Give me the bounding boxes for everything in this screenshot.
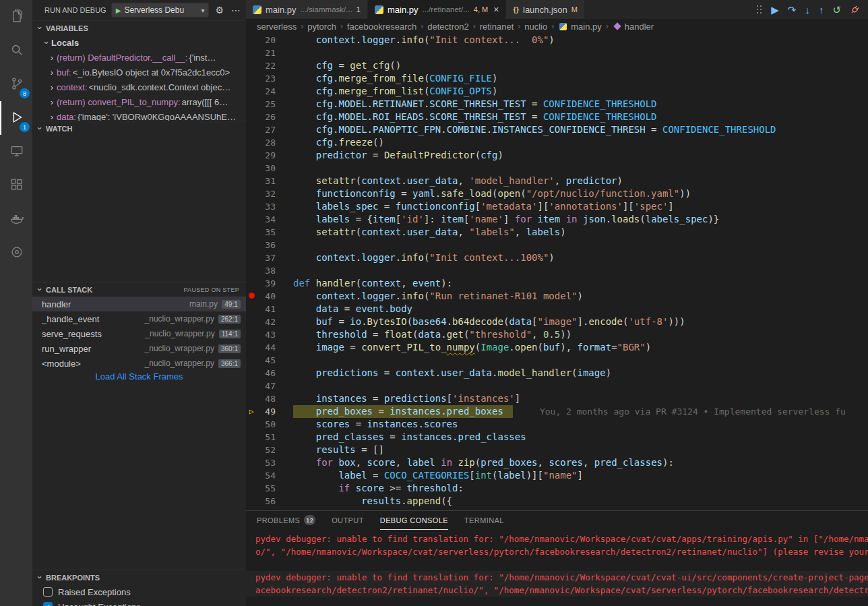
close-icon[interactable]: × (493, 4, 499, 15)
code-line[interactable]: 45 (246, 354, 868, 367)
checkbox[interactable] (43, 587, 53, 597)
code-line[interactable]: 28 cfg.freeze() (246, 136, 868, 149)
code-line[interactable]: 39def handler(context, event): (246, 277, 868, 290)
panel-tab[interactable]: TERMINAL (464, 511, 504, 530)
code-token: . (447, 316, 452, 327)
panel-tab[interactable]: PROBLEMS12 (257, 511, 315, 530)
breadcrumb-item[interactable]: handler (625, 22, 654, 32)
code-line[interactable]: 48 instances = predictions['instances'] (246, 392, 868, 405)
breakpoint-row[interactable]: Raised Exceptions (32, 584, 246, 599)
activity-circle-extension[interactable] (0, 236, 32, 270)
editor-tab[interactable]: {}launch.jsonM (506, 0, 585, 19)
breadcrumb-item[interactable]: nuclio (524, 22, 547, 32)
code-line[interactable]: 24 cfg.merge_from_list(CONFIG_OPTS) (246, 85, 868, 98)
stack-frame-row[interactable]: handlermain.py49:1 (32, 297, 246, 311)
activity-extensions[interactable] (0, 169, 32, 202)
variable-row[interactable]: ›context: <nuclio_sdk.context.Context ob… (32, 80, 246, 94)
panel-tab[interactable]: OUTPUT (332, 511, 364, 530)
activity-run-and-debug[interactable]: 1 (0, 101, 32, 135)
activity-explorer[interactable] (0, 0, 32, 34)
variable-row[interactable]: ›buf: <_io.BytesIO object at 0x7f5a2dc1e… (32, 65, 246, 80)
breadcrumb-item[interactable]: main.py (571, 22, 602, 32)
start-debugging-icon[interactable]: ▶ (116, 7, 121, 14)
code-line[interactable]: 56 results.append({ (246, 495, 868, 508)
code-line[interactable]: 42 buf = io.BytesIO(base64.b64decode(dat… (246, 315, 868, 328)
variable-row[interactable]: ›(return) convert_PIL_to_numpy: array([[… (32, 94, 246, 109)
code-line[interactable]: 52 results = [] (246, 444, 868, 456)
code-token (310, 278, 315, 289)
checkbox[interactable]: ✓ (43, 602, 53, 606)
code-line[interactable]: 51 pred_classes = instances.pred_classes (246, 431, 868, 444)
breakpoint-icon[interactable] (249, 293, 255, 299)
code-line[interactable]: 54 label = COCO_CATEGORIES[int(label)]["… (246, 469, 868, 482)
activity-source-control[interactable]: 8 (0, 67, 32, 101)
code-line[interactable]: 32 functionconfig = yaml.safe_load(open(… (246, 187, 868, 200)
more-actions-icon[interactable]: ⋯ (230, 5, 242, 16)
code-line[interactable]: 27 cfg.MODEL.PANOPTIC_FPN.COMBINE.INSTAN… (246, 123, 868, 136)
call-stack-section-header[interactable]: › CALL STACK PAUSED ON STEP (32, 282, 246, 297)
code-line[interactable]: 43 threshold = float(data.get("threshold… (246, 328, 868, 341)
code-line[interactable]: 20 context.logger.info("Init context... … (246, 34, 868, 47)
code-line[interactable]: 21 (246, 47, 868, 59)
variable-row[interactable]: ›(return) DefaultPredictor.__call__: {'i… (32, 50, 246, 65)
breadcrumb-item[interactable]: pytorch (307, 22, 336, 32)
stack-frame-row[interactable]: run_wrapper_nuclio_wrapper.py360:1 (32, 341, 246, 356)
load-all-stack-frames-link[interactable]: Load All Stack Frames (32, 371, 246, 382)
code-line[interactable]: 36 (246, 239, 868, 251)
breakpoints-section-header[interactable]: › BREAKPOINTS (32, 570, 246, 584)
activity-search[interactable] (0, 34, 32, 67)
step-over-button[interactable]: ↷ (788, 5, 797, 15)
code-line[interactable]: 37 context.logger.info("Init context...1… (246, 251, 868, 264)
breadcrumb-item[interactable]: serverless (257, 22, 297, 32)
stack-frame-row[interactable]: _handle_event_nuclio_wrapper.py262:1 (32, 311, 246, 326)
code-line[interactable]: 25 cfg.MODEL.RETINANET.SCORE_THRESH_TEST… (246, 98, 868, 111)
editor-tab[interactable]: main.py.../siammask/...1 (246, 0, 368, 19)
code-line[interactable]: 31 setattr(context.user_data, 'model_han… (246, 175, 868, 187)
code-line[interactable]: 55 if score >= threshold: (246, 482, 868, 495)
code-line[interactable]: 23 cfg.merge_from_file(CONFIG_FILE) (246, 72, 868, 85)
code-line[interactable]: 22 cfg = get_cfg() (246, 59, 868, 72)
disconnect-button[interactable] (850, 5, 860, 15)
breadcrumb-item[interactable]: facebookresearch (347, 22, 416, 32)
code-line[interactable]: 40 context.logger.info("Run retinanet-R1… (246, 290, 868, 303)
code-line[interactable]: 53 for box, score, label in zip(pred_box… (246, 456, 868, 469)
code-line[interactable]: 38 (246, 264, 868, 277)
code-line[interactable]: 30 (246, 162, 868, 175)
watch-section-header[interactable]: › WATCH (32, 121, 246, 135)
gutter-margin[interactable]: ▷ (246, 405, 257, 418)
breadcrumb-item[interactable]: detectron2 (427, 22, 468, 32)
code-line[interactable]: 33 labels_spec = functionconfig['metadat… (246, 200, 868, 213)
code-editor[interactable]: 20 context.logger.info("Init context... … (246, 34, 868, 510)
code-line[interactable]: 44 image = convert_PIL_to_numpy(Image.op… (246, 341, 868, 354)
code-line[interactable]: ▷49 pred_boxes = instances.pred_boxesYou… (246, 405, 868, 418)
activity-remote-explorer[interactable] (0, 135, 32, 169)
activity-docker[interactable] (0, 202, 32, 236)
gear-icon[interactable]: ⚙ (214, 5, 225, 16)
step-out-button[interactable]: ↑ (819, 5, 824, 15)
step-into-button[interactable]: ↓ (805, 5, 810, 15)
variable-row[interactable]: ›data: {'image': 'iVBORw0KGgoAAAANSUhE… (32, 109, 246, 121)
code-line[interactable]: 35 setattr(context.user_data, "labels", … (246, 226, 868, 239)
code-line[interactable]: 26 cfg.MODEL.ROI_HEADS.SCORE_THRESH_TEST… (246, 111, 868, 123)
code-line[interactable]: 29 predictor = DefaultPredictor(cfg) (246, 149, 868, 162)
breadcrumb-item[interactable]: retinanet (480, 22, 514, 32)
gutter-margin[interactable] (246, 290, 257, 303)
drag-handle-icon[interactable] (757, 5, 762, 14)
code-line[interactable]: 47 (246, 380, 868, 392)
panel-tab[interactable]: DEBUG CONSOLE (380, 511, 448, 530)
stack-frame-row[interactable]: <module>_nuclio_wrapper.py366:1 (32, 356, 246, 371)
continue-button[interactable]: ▶ (771, 5, 779, 15)
restart-button[interactable]: ↺ (832, 5, 841, 15)
locals-scope-row[interactable]: › Locals (32, 35, 246, 50)
breakpoint-row[interactable]: ✓Uncaught Exceptions (32, 599, 246, 606)
variables-section-header[interactable]: › VARIABLES (32, 20, 246, 35)
code-line[interactable]: 34 labels = {item['id']: item['name'] fo… (246, 213, 868, 226)
debug-config-picker[interactable]: ▶ Serverless Debu ▾ (111, 3, 210, 18)
code-text: cfg.MODEL.ROI_HEADS.SCORE_THRESH_TEST = … (293, 111, 657, 123)
code-line[interactable]: 46 predictions = context.user_data.model… (246, 367, 868, 380)
code-line[interactable]: 41 data = event.body (246, 303, 868, 315)
code-line[interactable]: 50 scores = instances.scores (246, 418, 868, 431)
code-token: ROI_HEADS (373, 111, 424, 122)
editor-tab[interactable]: main.py.../retinanet/...4, M× (368, 0, 506, 19)
stack-frame-row[interactable]: serve_requests_nuclio_wrapper.py114:1 (32, 326, 246, 341)
